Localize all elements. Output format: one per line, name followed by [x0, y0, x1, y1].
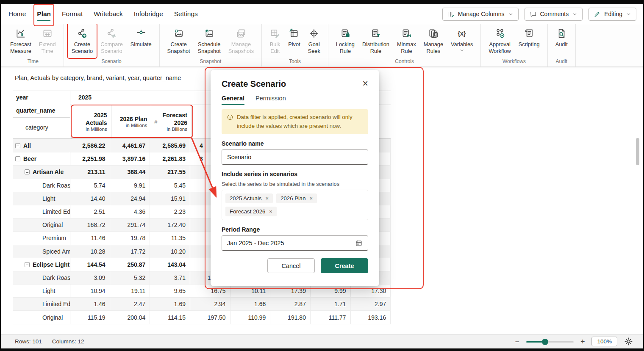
cancel-button[interactable]: Cancel	[267, 258, 315, 273]
value-cell[interactable]: 17.30	[351, 285, 391, 297]
ribbon-item-scripting[interactable]: Scripting	[515, 24, 543, 49]
value-cell[interactable]: 11.46	[70, 232, 110, 244]
gear-icon[interactable]	[624, 337, 633, 346]
chip-remove-icon[interactable]: ×	[266, 195, 269, 202]
value-cell[interactable]: 1.46	[70, 298, 110, 310]
row-header-cell[interactable]: Original	[13, 221, 70, 228]
row-header-cell[interactable]: Limited Edi...	[13, 301, 70, 307]
ribbon-item-variables[interactable]: {x}Variables	[447, 24, 476, 54]
zoom-slider-thumb[interactable]	[542, 339, 548, 345]
value-cell[interactable]: 9.91	[110, 179, 150, 192]
value-cell[interactable]: 250.87	[110, 258, 150, 271]
value-cell[interactable]: 2,261.83	[150, 152, 190, 165]
value-cell[interactable]: 3,897.16	[110, 152, 150, 165]
value-cell[interactable]: 24.94	[110, 192, 150, 205]
menu-tab-settings[interactable]: Settings	[174, 10, 198, 18]
value-cell[interactable]: 1.71	[311, 298, 351, 310]
value-cell[interactable]: 10.20	[150, 245, 190, 258]
scenario-name-input[interactable]: Scenario	[222, 149, 368, 165]
axis-year-label[interactable]: year	[16, 94, 28, 101]
value-cell[interactable]: 2.23	[150, 205, 190, 218]
row-header-cell[interactable]: Light	[13, 195, 70, 202]
value-cell[interactable]: 4.36	[110, 205, 150, 218]
close-icon[interactable]: ×	[363, 79, 368, 88]
chip-remove-icon[interactable]: ×	[269, 208, 272, 215]
value-cell[interactable]: 9.65	[150, 285, 190, 297]
row-header-cell[interactable]: Dark Roast	[13, 274, 70, 281]
period-range-input[interactable]: Jan 2025 - Dec 2025	[222, 235, 368, 251]
measure-header[interactable]: 2025 Actualsin Millions	[71, 105, 111, 138]
value-cell[interactable]: 110.99	[230, 311, 271, 323]
collapse-icon[interactable]	[25, 169, 30, 174]
value-cell[interactable]: 200.04	[110, 311, 150, 323]
row-header-cell[interactable]: Artisan Ale	[13, 169, 70, 175]
value-cell[interactable]: 2.51	[70, 205, 110, 218]
ribbon-item-forecast-measure[interactable]: Forecast Measure	[7, 24, 35, 55]
value-cell[interactable]: 213.11	[70, 166, 110, 178]
axis-quarter-label[interactable]: quarter_name	[16, 107, 56, 114]
value-cell[interactable]: 10.28	[70, 245, 110, 258]
value-cell[interactable]: 15.91	[150, 192, 190, 205]
value-cell[interactable]: 217.55	[150, 166, 190, 178]
value-cell[interactable]: 19.78	[110, 232, 150, 244]
ribbon-item-simulate[interactable]: Simulate	[127, 24, 155, 49]
menu-tab-format[interactable]: Format	[62, 10, 83, 18]
zoom-slider[interactable]	[526, 339, 574, 345]
value-cell[interactable]: 2.97	[351, 298, 391, 310]
value-cell[interactable]: 9.99	[311, 285, 351, 297]
value-cell[interactable]: 3.71	[150, 271, 190, 284]
ribbon-item-audit[interactable]: Audit	[552, 24, 571, 49]
ribbon-item-schedule-snapshot[interactable]: Schedule Snapshot	[194, 24, 224, 55]
manage-columns-button[interactable]: Manage Columns	[442, 8, 519, 21]
value-cell[interactable]: 2,585.69	[150, 139, 190, 152]
value-cell[interactable]: 197.50	[190, 311, 230, 323]
menu-tab-writeback[interactable]: Writeback	[94, 10, 123, 18]
series-chip-box[interactable]: 2025 Actuals×2026 Plan×Forecast 2026×	[222, 190, 368, 220]
value-cell[interactable]: 5.32	[110, 271, 150, 284]
value-cell[interactable]: 2.94	[190, 298, 230, 310]
value-cell[interactable]: 19.11	[110, 285, 150, 297]
value-cell[interactable]: 191.80	[270, 311, 311, 323]
dialog-tab-permission[interactable]: Permission	[255, 95, 286, 105]
menu-tab-infobridge[interactable]: Infobridge	[134, 10, 163, 18]
value-cell[interactable]: 144.54	[70, 258, 110, 271]
row-header-cell[interactable]: Beer	[13, 155, 70, 162]
ribbon-item-minmax-rule[interactable]: Minmax Rule	[394, 24, 419, 55]
measure-header[interactable]: #Forecast 2026in Billions	[151, 105, 192, 138]
collapse-icon[interactable]	[15, 156, 20, 161]
ribbon-item-locking-rule[interactable]: Locking Rule	[333, 24, 358, 55]
row-header-cell[interactable]: Limited Edi...	[13, 208, 70, 215]
value-cell[interactable]: 5.45	[150, 179, 190, 192]
row-header-cell[interactable]: Premium	[13, 235, 70, 241]
value-cell[interactable]: 291.74	[110, 218, 150, 231]
value-cell[interactable]: 193.16	[351, 311, 391, 323]
chip-remove-icon[interactable]: ×	[310, 195, 313, 202]
value-cell[interactable]: 14.40	[70, 192, 110, 205]
ribbon-item-manage-rules[interactable]: Manage Rules	[420, 24, 447, 55]
value-cell[interactable]: 4,461.67	[110, 139, 150, 152]
zoom-in-button[interactable]: +	[580, 338, 585, 345]
axis-category-label[interactable]: category	[25, 124, 48, 131]
value-cell[interactable]: 2,251.98	[70, 152, 110, 165]
year-value[interactable]: 2025	[78, 94, 92, 101]
ribbon-item-distribution-rule[interactable]: Distribution Rule	[359, 24, 393, 55]
ribbon-item-create-scenario[interactable]: Create Scenario	[68, 24, 97, 55]
row-header-cell[interactable]: Spiced Am...	[13, 248, 70, 255]
zoom-out-button[interactable]: −	[515, 338, 519, 345]
row-header-cell[interactable]: Eclipse Light	[13, 261, 70, 268]
row-header-cell[interactable]: Dark Roast	[13, 182, 70, 189]
value-cell[interactable]: 11.35	[150, 232, 190, 244]
value-cell[interactable]: 368.44	[110, 166, 150, 178]
value-cell[interactable]: 5.74	[70, 179, 110, 192]
ribbon-item-goal-seek[interactable]: Goal Seek	[305, 24, 324, 55]
dialog-tab-general[interactable]: General	[222, 95, 244, 105]
value-cell[interactable]: 1.66	[230, 298, 271, 310]
value-cell[interactable]: 172.40	[150, 218, 190, 231]
value-cell[interactable]: 1.69	[150, 298, 190, 310]
value-cell[interactable]: 114.15	[150, 311, 190, 323]
value-cell[interactable]: 16.75	[190, 285, 230, 297]
collapse-icon[interactable]	[15, 143, 20, 148]
value-cell[interactable]: 2.87	[270, 298, 311, 310]
ribbon-item-create-snapshot[interactable]: Create Snapshot	[164, 24, 194, 55]
ribbon-item-approval-workflow[interactable]: Approval Workflow	[485, 24, 514, 55]
